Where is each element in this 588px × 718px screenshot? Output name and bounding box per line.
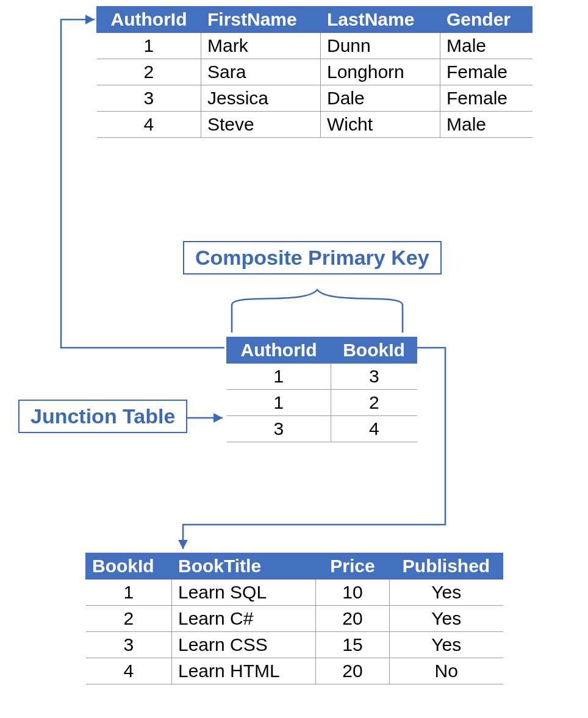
table-row: 2Learn C#20Yes	[86, 606, 503, 632]
table-row: 1MarkDunnMale	[97, 33, 532, 59]
composite-primary-key-label: Composite Primary Key	[183, 241, 442, 275]
table-row: 34	[227, 416, 417, 442]
col-booktitle: BookTitle	[172, 553, 316, 580]
authors-table: AuthorId FirstName LastName Gender 1Mark…	[96, 6, 532, 138]
col-gender: Gender	[440, 7, 532, 33]
books-table: BookId BookTitle Price Published 1Learn …	[85, 553, 503, 684]
table-row: 2SaraLonghornFemale	[97, 59, 532, 85]
col-price: Price	[316, 553, 390, 580]
col-authorid: AuthorId	[97, 7, 201, 33]
svg-marker-2	[85, 15, 95, 24]
table-row: 4SteveWichtMale	[97, 112, 532, 138]
table-row: 4Learn HTML20No	[86, 658, 503, 684]
svg-marker-1	[213, 413, 223, 423]
table-row: 13	[227, 364, 417, 390]
col-bookid: BookId	[331, 337, 417, 364]
col-authorid: AuthorId	[227, 337, 331, 364]
col-lastname: LastName	[321, 7, 440, 33]
col-published: Published	[390, 553, 503, 580]
col-bookid: BookId	[86, 553, 172, 580]
table-row: 1Learn SQL10Yes	[86, 580, 503, 606]
svg-marker-3	[178, 540, 188, 549]
table-header-row: AuthorId FirstName LastName Gender	[97, 7, 532, 33]
junction-table-label: Junction Table	[18, 400, 187, 433]
table-row: 3Learn CSS15Yes	[86, 632, 503, 658]
table-row: 12	[227, 390, 417, 416]
col-firstname: FirstName	[201, 7, 321, 33]
table-header-row: AuthorId BookId	[227, 337, 417, 364]
junction-table: AuthorId BookId 13 12 34	[226, 337, 417, 442]
table-row: 3JessicaDaleFemale	[97, 85, 532, 112]
table-header-row: BookId BookTitle Price Published	[86, 553, 503, 580]
